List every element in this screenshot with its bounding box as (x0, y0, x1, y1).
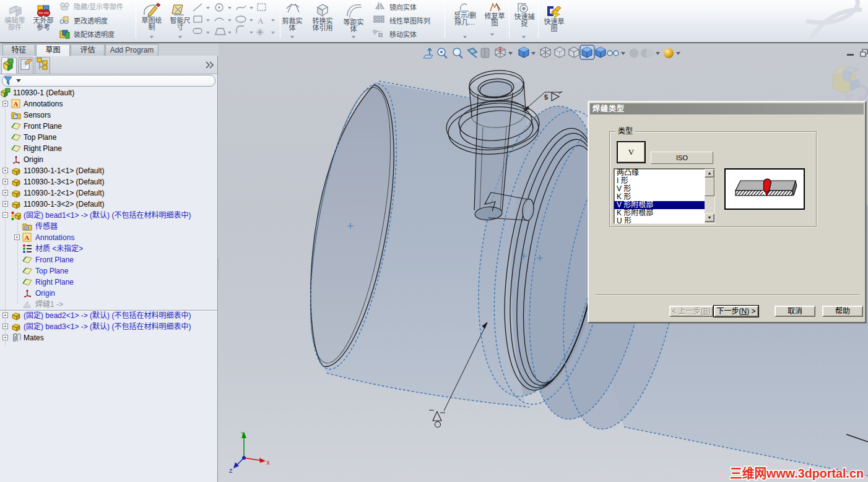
svg-text:A: A (258, 16, 264, 25)
svg-text:X: X (266, 460, 270, 466)
svg-text:三维网www.3dportal.cn: 三维网www.3dportal.cn (730, 463, 864, 481)
svg-text:Y: Y (241, 431, 245, 437)
svg-text:Z: Z (229, 468, 233, 474)
svg-text:A: A (25, 234, 30, 241)
svg-text:5: 5 (544, 93, 548, 101)
svg-text:A: A (14, 100, 19, 108)
